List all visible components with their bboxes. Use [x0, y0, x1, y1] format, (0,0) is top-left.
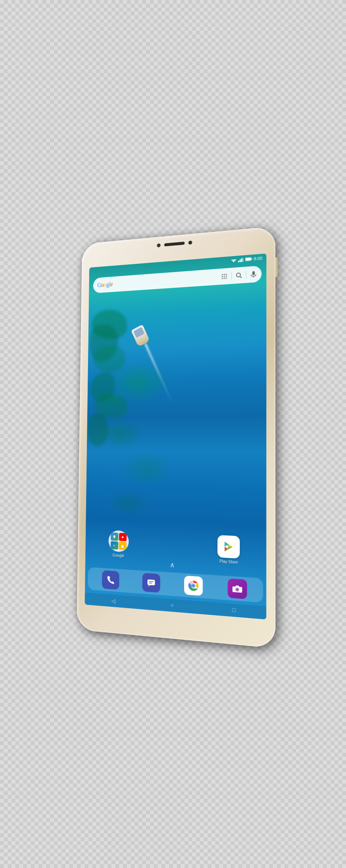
- app-drawer-arrow[interactable]: ∧: [170, 560, 175, 569]
- signal-wifi-icon: [231, 258, 236, 263]
- google-folder-label: Google: [113, 553, 124, 558]
- svg-point-17: [224, 278, 225, 279]
- svg-rect-3: [238, 260, 239, 262]
- dock-camera-icon[interactable]: [228, 578, 247, 599]
- svg-marker-25: [121, 544, 124, 547]
- phone-body: 8:00 Google: [77, 226, 275, 648]
- battery-icon: [245, 257, 252, 262]
- status-icons: 8:00: [231, 256, 263, 263]
- signal-bars-icon: [238, 257, 243, 262]
- screen-content: 8:00 Google: [85, 253, 266, 620]
- phone-device: 8:00 Google: [77, 226, 275, 648]
- grid-icon[interactable]: [221, 273, 227, 280]
- screen: 8:00 Google: [85, 253, 266, 620]
- divider2: [246, 271, 246, 278]
- mic-icon[interactable]: [250, 270, 257, 278]
- svg-marker-2: [233, 261, 235, 262]
- svg-point-14: [224, 276, 225, 277]
- search-icon[interactable]: [236, 272, 242, 278]
- play-store-label: Play Store: [220, 559, 238, 565]
- svg-rect-4: [240, 259, 241, 262]
- svg-point-15: [226, 276, 227, 277]
- svg-rect-21: [252, 271, 255, 275]
- svg-marker-31: [148, 585, 150, 586]
- bottom-bezel: [77, 623, 276, 641]
- google-logo: Google: [97, 281, 113, 289]
- svg-point-18: [226, 278, 227, 279]
- svg-point-10: [222, 274, 223, 275]
- svg-rect-5: [241, 258, 242, 262]
- boat-image: [131, 325, 150, 347]
- recents-button[interactable]: □: [232, 607, 236, 614]
- svg-rect-30: [147, 580, 155, 586]
- front-camera: [157, 244, 161, 247]
- svg-rect-8: [251, 258, 252, 260]
- google-folder-icon: G: [108, 530, 129, 552]
- svg-point-16: [222, 278, 223, 279]
- svg-marker-24: [122, 536, 124, 538]
- svg-point-12: [226, 274, 227, 275]
- svg-line-33: [149, 583, 152, 583]
- screen-area: 8:00 Google: [85, 253, 266, 620]
- svg-rect-6: [243, 258, 243, 262]
- google-folder-app[interactable]: G Google: [108, 530, 129, 558]
- svg-point-13: [222, 276, 223, 277]
- svg-rect-9: [245, 258, 250, 260]
- divider: [231, 272, 232, 280]
- sensor: [188, 240, 192, 245]
- svg-line-20: [240, 276, 241, 278]
- home-apps-row: G Google: [85, 529, 266, 566]
- top-bezel: [157, 240, 192, 247]
- dock-phone-icon[interactable]: [102, 570, 119, 590]
- svg-point-11: [224, 274, 225, 275]
- svg-point-19: [236, 273, 240, 277]
- dock-chrome-icon[interactable]: [184, 576, 203, 596]
- home-button[interactable]: ○: [171, 602, 174, 609]
- back-button[interactable]: ◁: [111, 597, 115, 604]
- search-dividers: [221, 270, 256, 280]
- play-store-icon: [218, 535, 240, 558]
- svg-marker-29: [229, 544, 233, 547]
- dock-messages-icon[interactable]: [142, 573, 160, 593]
- play-store-app[interactable]: Play Store: [218, 535, 240, 565]
- svg-line-32: [149, 581, 153, 582]
- earpiece: [164, 242, 185, 246]
- status-time: 8:00: [254, 256, 262, 261]
